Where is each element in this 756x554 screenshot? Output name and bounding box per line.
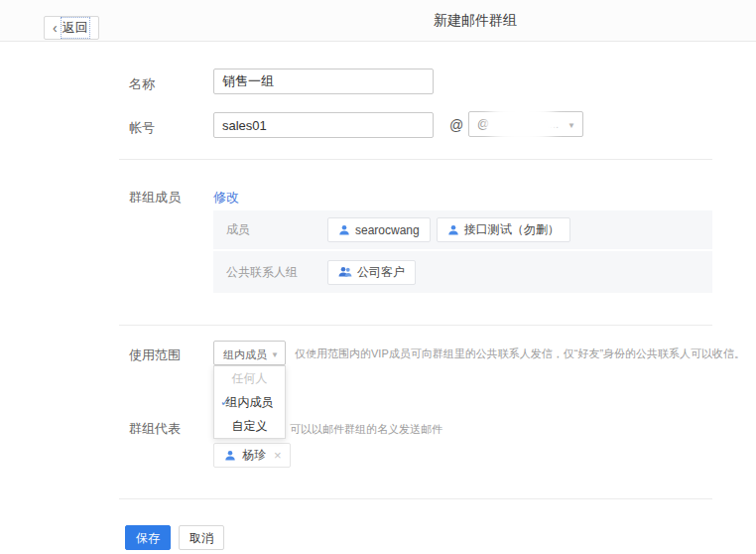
- members-row-label: 成员: [226, 221, 327, 238]
- back-button[interactable]: ‹ 返回: [44, 16, 99, 40]
- close-icon[interactable]: ×: [274, 448, 282, 463]
- page-header: ‹ 返回 新建邮件群组: [0, 0, 756, 42]
- scope-option-custom[interactable]: 自定义: [214, 414, 285, 438]
- contact-group-chip: 公司客户: [327, 260, 416, 285]
- person-icon: [224, 450, 236, 462]
- member-chip: 接口测试（勿删）: [437, 217, 570, 242]
- check-icon: ✓: [220, 390, 230, 414]
- member-chips: searocwang 接口测试（勿删）: [327, 217, 570, 242]
- account-label: 帐号: [129, 119, 155, 137]
- scope-label: 使用范围: [129, 346, 181, 364]
- at-separator: @: [449, 117, 463, 133]
- save-button[interactable]: 保存: [125, 525, 171, 550]
- chevron-down-icon: ▼: [567, 121, 575, 130]
- person-icon: [447, 224, 459, 236]
- scope-hint: 仅使用范围内的VIP成员可向群组里的公共联系人发信，仅“好友”身份的公共联系人可…: [295, 346, 745, 361]
- create-mail-group-page: ‹ 返回 新建邮件群组 名称 帐号 @ @ n... ▼ 群组成员 修改 成员 …: [0, 0, 756, 554]
- scope-option-anyone[interactable]: 任何人: [214, 366, 285, 390]
- name-input[interactable]: [213, 69, 434, 94]
- account-input[interactable]: [213, 112, 434, 138]
- chevron-down-icon: ▼: [271, 350, 279, 359]
- members-label: 群组成员: [129, 189, 181, 207]
- person-icon: [338, 224, 350, 236]
- member-chip-label: searocwang: [355, 223, 420, 237]
- section-divider: [119, 498, 712, 499]
- member-chip-label: 接口测试（勿删）: [464, 221, 560, 238]
- representative-chip: 杨珍 ×: [213, 443, 291, 468]
- contact-group-chip-label: 公司客户: [357, 264, 405, 281]
- privacy-blur-overlay: [484, 102, 560, 144]
- scope-dropdown-menu: 任何人 ✓ 组内成员 自定义: [213, 365, 286, 439]
- name-label: 名称: [129, 75, 155, 93]
- scope-option-group-members[interactable]: ✓ 组内成员: [214, 390, 285, 414]
- representative-chip-label: 杨珍: [242, 447, 266, 464]
- cancel-button[interactable]: 取消: [179, 525, 224, 550]
- back-button-label: 返回: [63, 19, 88, 37]
- representative-label: 群组代表: [129, 420, 181, 438]
- contact-group-row-label: 公共联系人组: [226, 264, 327, 281]
- representative-hint: 可以以邮件群组的名义发送邮件: [290, 422, 442, 437]
- chevron-left-icon: ‹: [53, 21, 58, 35]
- section-divider: [119, 159, 712, 160]
- scope-selected-value: 组内成员: [223, 347, 267, 362]
- page-title: 新建邮件群组: [434, 0, 517, 41]
- modify-members-link[interactable]: 修改: [213, 189, 239, 207]
- members-row: 成员 searocwang 接口测试（勿删）: [213, 210, 712, 249]
- scope-select[interactable]: 组内成员 ▼: [213, 341, 286, 365]
- section-divider: [119, 325, 712, 326]
- scope-option-label: 组内成员: [226, 395, 274, 409]
- member-chip: searocwang: [327, 217, 431, 242]
- contact-group-chips: 公司客户: [327, 260, 416, 285]
- contact-group-row: 公共联系人组 公司客户: [213, 251, 712, 293]
- people-group-icon: [338, 266, 352, 278]
